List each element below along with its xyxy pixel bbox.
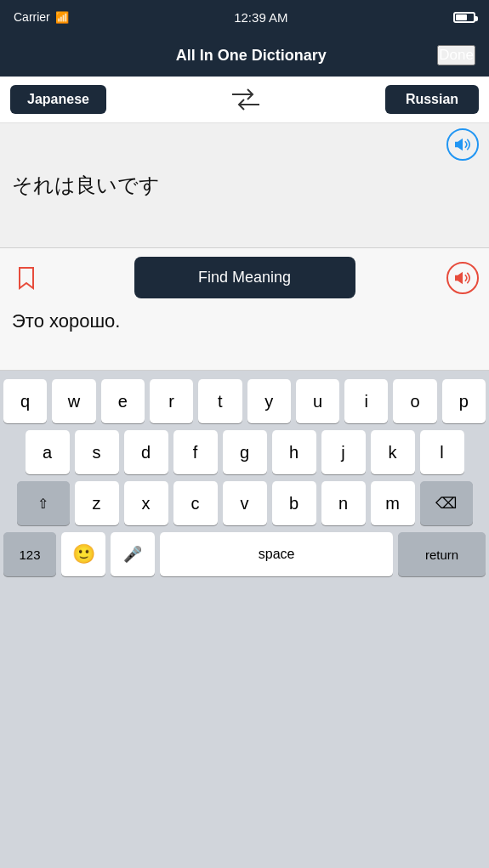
status-time: 12:39 AM [234, 10, 287, 25]
key-n[interactable]: n [321, 481, 366, 525]
wifi-icon: 📶 [55, 11, 69, 24]
key-a[interactable]: a [26, 430, 70, 474]
key-g[interactable]: g [223, 430, 267, 474]
bookmark-button[interactable] [10, 262, 43, 294]
space-key[interactable]: space [160, 532, 393, 576]
carrier-text: Carrier [14, 10, 50, 24]
svg-marker-1 [455, 271, 463, 284]
nav-bar: All In One Dictionary Done [0, 34, 489, 77]
output-section: Find Meaning Это хорошо. [0, 248, 489, 371]
key-v[interactable]: v [223, 481, 267, 525]
status-bar: Carrier 📶 12:39 AM [0, 0, 489, 34]
key-d[interactable]: d [124, 430, 168, 474]
key-s[interactable]: s [75, 430, 119, 474]
shift-key[interactable]: ⇧ [17, 481, 70, 525]
key-f[interactable]: f [173, 430, 218, 474]
speak-input-button[interactable] [446, 128, 479, 161]
keyboard: q w e r t y u i o p a s d f g h j k l ⇧ … [0, 371, 489, 868]
status-carrier: Carrier 📶 [14, 10, 69, 24]
keyboard-row-3: ⇧ z x c v b n m ⌫ [3, 481, 486, 525]
keyboard-row-1: q w e r t y u i o p [3, 379, 486, 423]
key-c[interactable]: c [173, 481, 218, 525]
keyboard-row-2: a s d f g h j k l [3, 430, 486, 474]
nav-title: All In One Dictionary [176, 47, 327, 65]
return-key[interactable]: return [398, 532, 486, 576]
key-j[interactable]: j [321, 430, 366, 474]
key-w[interactable]: w [52, 379, 95, 423]
speak-output-button[interactable] [446, 262, 479, 294]
key-i[interactable]: i [344, 379, 388, 423]
key-q[interactable]: q [3, 379, 47, 423]
key-z[interactable]: z [75, 481, 119, 525]
key-t[interactable]: t [198, 379, 242, 423]
key-h[interactable]: h [272, 430, 316, 474]
numbers-key[interactable]: 123 [3, 532, 56, 576]
key-x[interactable]: x [124, 481, 168, 525]
delete-key[interactable]: ⌫ [420, 481, 473, 525]
language-bar: Japanese Russian [0, 77, 489, 123]
key-r[interactable]: r [150, 379, 193, 423]
svg-marker-0 [455, 139, 463, 151]
key-p[interactable]: p [442, 379, 486, 423]
done-button[interactable]: Done [437, 45, 475, 65]
target-language-button[interactable]: Russian [385, 85, 479, 114]
source-language-button[interactable]: Japanese [10, 85, 106, 114]
key-b[interactable]: b [272, 481, 316, 525]
status-battery [453, 12, 475, 23]
find-meaning-button[interactable]: Find Meaning [134, 257, 355, 298]
input-toolbar [0, 123, 489, 162]
key-y[interactable]: y [247, 379, 291, 423]
key-o[interactable]: o [393, 379, 436, 423]
keyboard-row-4: 123 🙂 🎤 space return [3, 532, 486, 576]
emoji-key[interactable]: 🙂 [61, 532, 105, 576]
key-k[interactable]: k [371, 430, 415, 474]
output-text: Это хорошо. [0, 302, 489, 370]
battery-icon [453, 12, 475, 23]
output-toolbar: Find Meaning [0, 248, 489, 302]
input-section: それは良いです [0, 123, 489, 248]
key-e[interactable]: e [101, 379, 145, 423]
input-text[interactable]: それは良いです [0, 162, 489, 247]
microphone-key[interactable]: 🎤 [111, 532, 155, 576]
swap-languages-button[interactable] [230, 88, 261, 111]
key-u[interactable]: u [296, 379, 339, 423]
key-l[interactable]: l [420, 430, 464, 474]
key-m[interactable]: m [371, 481, 415, 525]
